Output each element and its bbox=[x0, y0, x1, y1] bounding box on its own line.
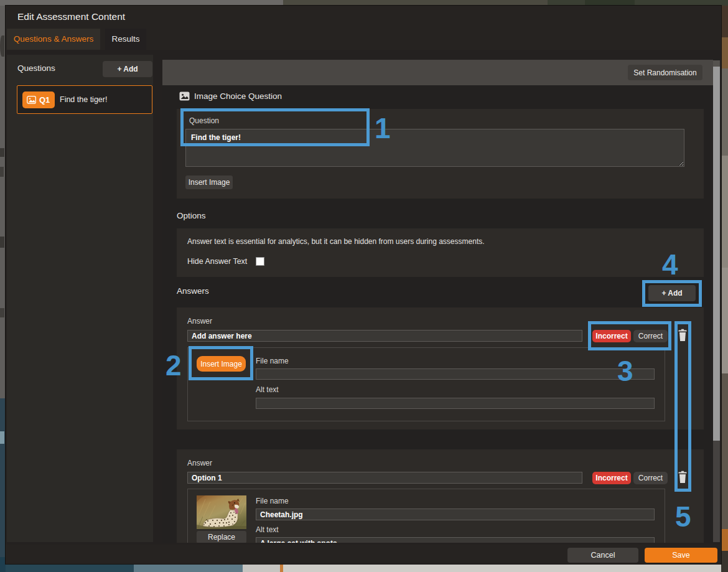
image-icon bbox=[27, 95, 36, 105]
answers-heading: Answers bbox=[177, 286, 209, 296]
backdrop-bottom-1 bbox=[6, 564, 134, 572]
file-name-label: File name bbox=[256, 497, 289, 505]
editor-toolbar: Set Randomisation bbox=[162, 60, 713, 85]
backdrop-left-text-3 bbox=[0, 237, 4, 248]
options-heading: Options bbox=[177, 211, 206, 220]
modal-titlebar: Edit Assessment Content bbox=[6, 6, 721, 29]
backdrop-right-4 bbox=[721, 156, 728, 268]
questions-sidebar: Questions + Add Q1 Find the tiger! bbox=[7, 55, 153, 542]
backdrop-left-text-1 bbox=[0, 148, 4, 157]
modal-title: Edit Assessment Content bbox=[17, 11, 125, 22]
callout-number-4: 4 bbox=[662, 250, 678, 279]
cancel-button[interactable]: Cancel bbox=[567, 548, 638, 563]
question-number: Q1 bbox=[39, 95, 50, 105]
backdrop-right-3 bbox=[721, 68, 728, 156]
backdrop-right-6 bbox=[721, 373, 728, 529]
callout-rect-2 bbox=[189, 346, 253, 380]
callout-rect-1 bbox=[180, 108, 370, 146]
image-icon bbox=[179, 91, 190, 101]
file-name-input[interactable] bbox=[256, 509, 655, 520]
question-list-item[interactable]: Q1 Find the tiger! bbox=[17, 85, 152, 114]
callout-rect-3 bbox=[588, 321, 671, 350]
backdrop-top-left bbox=[0, 0, 283, 6]
answer-card: Answer Incorrect Correct bbox=[177, 449, 704, 543]
answer-image-thumbnail[interactable] bbox=[197, 495, 246, 529]
modal-tabs: Questions & Answers Results bbox=[6, 29, 721, 50]
question-title: Find the tiger! bbox=[60, 95, 107, 104]
backdrop-bottom-2 bbox=[134, 564, 243, 572]
scrollbar-up-button[interactable] bbox=[713, 60, 720, 67]
question-badge: Q1 bbox=[22, 91, 55, 108]
set-randomisation-button[interactable]: Set Randomisation bbox=[628, 65, 702, 80]
save-button[interactable]: Save bbox=[645, 548, 717, 563]
backdrop-top-right bbox=[548, 0, 728, 6]
add-question-button[interactable]: + Add bbox=[103, 61, 152, 77]
replace-image-button[interactable]: Replace bbox=[197, 531, 246, 543]
edit-assessment-modal: Edit Assessment Content Questions & Answ… bbox=[6, 6, 721, 564]
file-name-input[interactable] bbox=[256, 368, 655, 380]
tab-questions-answers[interactable]: Questions & Answers bbox=[7, 29, 100, 50]
callout-number-2: 2 bbox=[166, 351, 182, 380]
options-info-text: Answer text is essential for analytics, … bbox=[187, 237, 485, 246]
backdrop-right-7 bbox=[721, 529, 728, 551]
backdrop-bottom-3 bbox=[243, 564, 280, 572]
backdrop-right-5 bbox=[721, 268, 728, 373]
callout-rect-5 bbox=[674, 321, 691, 492]
backdrop-left-text-0 bbox=[0, 35, 4, 57]
alt-text-input[interactable] bbox=[256, 537, 655, 543]
backdrop-left-text-2 bbox=[0, 167, 4, 177]
questions-heading: Questions bbox=[17, 63, 55, 73]
hide-answer-text-label: Hide Answer Text bbox=[187, 257, 247, 266]
backdrop-bottom-4 bbox=[283, 564, 721, 572]
answer-text-input[interactable] bbox=[187, 472, 582, 484]
question-type-heading: Image Choice Question bbox=[194, 91, 282, 101]
backdrop-left-blue bbox=[0, 398, 6, 557]
backdrop-right-1 bbox=[721, 6, 728, 37]
modal-footer: Cancel Save bbox=[6, 545, 721, 564]
alt-text-input[interactable] bbox=[256, 398, 655, 409]
callout-number-5: 5 bbox=[675, 502, 691, 531]
answer-field-label: Answer bbox=[187, 317, 212, 326]
answer-field-label: Answer bbox=[187, 459, 212, 467]
scrollbar-thumb[interactable] bbox=[713, 67, 720, 441]
editor-scrollbar[interactable] bbox=[713, 60, 720, 542]
tab-results[interactable]: Results bbox=[105, 29, 146, 50]
backdrop-right-8 bbox=[721, 551, 728, 572]
question-insert-image-button[interactable]: Insert Image bbox=[185, 176, 233, 189]
alt-text-label: Alt text bbox=[256, 385, 279, 394]
answer-image-panel: Insert Image File name Alt text bbox=[187, 347, 665, 421]
callout-number-3: 3 bbox=[617, 357, 633, 385]
alt-text-label: Alt text bbox=[256, 525, 279, 534]
backdrop-top-mid bbox=[283, 0, 548, 6]
backdrop-left-corner bbox=[0, 557, 6, 572]
callout-rect-4 bbox=[642, 280, 702, 307]
hide-answer-text-checkbox[interactable] bbox=[256, 257, 264, 266]
backdrop-right-2 bbox=[721, 37, 728, 68]
correct-toggle-button[interactable]: Correct bbox=[633, 472, 668, 484]
answer-text-input[interactable] bbox=[187, 330, 582, 342]
callout-number-1: 1 bbox=[375, 114, 391, 143]
incorrect-toggle-button[interactable]: Incorrect bbox=[592, 472, 631, 484]
backdrop-left-glyph bbox=[0, 431, 4, 444]
backdrop-left-text-4 bbox=[0, 308, 4, 317]
options-card: Answer text is essential for analytics, … bbox=[177, 228, 704, 277]
backdrop-top-leaf bbox=[585, 0, 635, 6]
answer-image-panel: Replace File name Alt text bbox=[187, 489, 665, 543]
backdrop-left bbox=[0, 6, 6, 398]
file-name-label: File name bbox=[256, 357, 289, 365]
